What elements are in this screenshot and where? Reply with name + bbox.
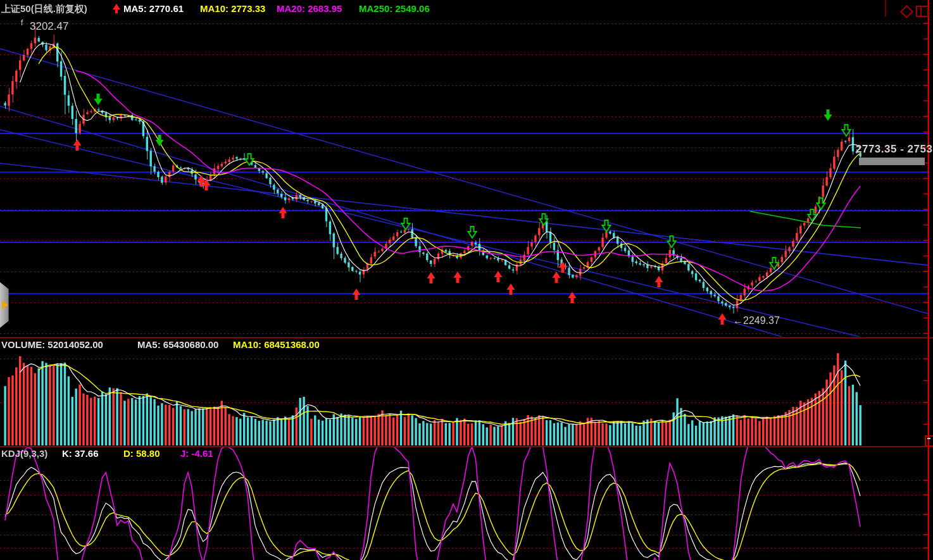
scroll-corner-button[interactable] <box>925 435 933 447</box>
j-value: -4.61 <box>192 448 213 459</box>
j-label: J: <box>180 448 189 459</box>
volume-header: VOLUME: 52014052.00 MA5: 65430680.00 MA1… <box>0 339 933 351</box>
volume-readout: VOLUME: 52014052.00 <box>1 339 103 350</box>
expand-arrow-icon <box>2 301 8 309</box>
main-price-panel[interactable] <box>0 19 928 337</box>
toolbar-divider <box>885 0 886 16</box>
chart-header: 上证50(日线.前复权) MA5: 2770.61 MA10: 2773.33 … <box>0 2 933 18</box>
vol-ma10-readout: MA10: 68451368.00 <box>233 339 320 350</box>
volume-value: 52014052.00 <box>47 339 103 350</box>
volume-label: VOLUME: <box>1 339 45 350</box>
ma10-label: MA10: <box>200 3 229 14</box>
volume-panel[interactable] <box>0 338 928 446</box>
peak-price-label: 3202.47 <box>30 20 68 33</box>
kdj-header: KDJ(9,3,3) K: 37.66 D: 58.80 J: -4.61 <box>0 448 933 459</box>
k-label: K: <box>62 448 72 459</box>
ma20-readout: MA20: 2683.95 <box>277 3 342 14</box>
ma5-label: MA5: <box>123 3 147 14</box>
vol-ma10-value: 68451368.00 <box>264 339 320 350</box>
ma250-label: MA250: <box>359 3 392 14</box>
peak-marker: f <box>21 18 23 27</box>
price-range-tooltip: 2773.35 - 2753 <box>856 143 933 156</box>
up-arrow-icon <box>112 4 121 14</box>
vol-ma10-label: MA10: <box>233 339 261 350</box>
j-readout: J: -4.61 <box>180 448 213 459</box>
split-window-icon[interactable] <box>916 6 929 17</box>
ma250-value: 2549.06 <box>396 3 430 14</box>
ma20-label: MA20: <box>277 3 305 14</box>
ma250-readout: MA250: 2549.06 <box>359 3 430 14</box>
vol-ma5-label: MA5: <box>137 339 161 350</box>
k-readout: K: 37.66 <box>62 448 99 459</box>
price-range-highlight-bar <box>859 158 925 165</box>
ma10-readout: MA10: 2773.33 <box>200 3 265 14</box>
ma10-value: 2773.33 <box>231 3 265 14</box>
kdj-name[interactable]: KDJ(9,3,3) <box>1 448 47 459</box>
stock-chart-window: 上证50(日线.前复权) MA5: 2770.61 MA10: 2773.33 … <box>0 0 933 560</box>
symbol-title[interactable]: 上证50(日线.前复权) <box>1 3 87 15</box>
kdj-panel[interactable] <box>0 447 928 560</box>
ma20-value: 2683.95 <box>308 3 342 14</box>
ma5-readout: MA5: 2770.61 <box>123 3 184 14</box>
d-label: D: <box>123 448 134 459</box>
d-value: 58.80 <box>136 448 160 459</box>
k-value: 37.66 <box>75 448 99 459</box>
ma5-value: 2770.61 <box>149 3 184 14</box>
vol-ma5-value: 65430680.00 <box>163 339 219 350</box>
d-readout: D: 58.80 <box>123 448 160 459</box>
vol-ma5-readout: MA5: 65430680.00 <box>137 339 218 350</box>
low-price-label: ←2249.37 <box>733 315 780 327</box>
